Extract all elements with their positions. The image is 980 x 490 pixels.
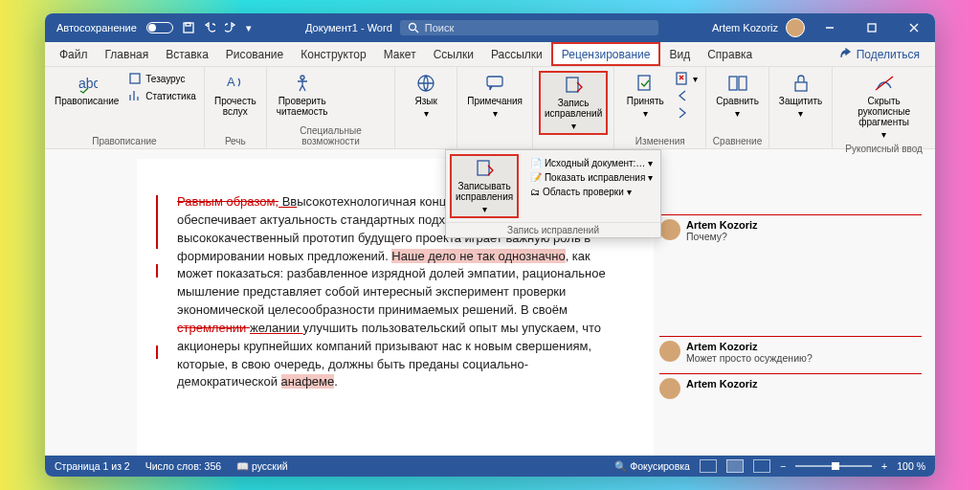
zoom-slider[interactable] [795, 465, 872, 467]
tab-mailings[interactable]: Рассылки [482, 42, 551, 66]
document-title: Документ1 - Word [305, 22, 392, 33]
svg-rect-5 [130, 74, 140, 83]
language[interactable]: 📖 русский [236, 460, 288, 473]
hide-ink-button[interactable]: Скрыть рукописные фрагменты ▾ [838, 71, 929, 142]
tab-draw[interactable]: Рисование [217, 42, 292, 66]
zoom-in[interactable]: + [881, 460, 887, 472]
track-changes-toggle[interactable]: Записывать исправления ▾ [450, 154, 519, 218]
zoom-out[interactable]: − [780, 460, 786, 472]
ribbon: abcПравописание Тезаурус Статистика Прав… [45, 67, 935, 149]
accessibility-button[interactable]: Проверить читаемость [273, 71, 332, 119]
autosave-toggle[interactable] [146, 22, 173, 33]
spelling-button[interactable]: abcПравописание [51, 71, 122, 108]
show-markup[interactable]: 📝 Показать исправления ▾ [530, 170, 653, 185]
save-icon[interactable] [183, 22, 194, 33]
thesaurus-button[interactable]: Тезаурус [126, 71, 198, 86]
svg-rect-13 [729, 77, 737, 90]
avatar [659, 341, 680, 362]
reviewing-pane[interactable]: 🗂 Область проверки ▾ [530, 185, 653, 199]
svg-rect-11 [638, 76, 650, 90]
svg-rect-12 [677, 73, 686, 84]
tab-file[interactable]: Файл [51, 42, 97, 66]
svg-rect-14 [739, 77, 746, 90]
display-for-review[interactable]: 📄 Исходный документ:… ▾ [530, 156, 653, 170]
svg-rect-10 [567, 78, 578, 92]
ribbon-tabs: Файл Главная Вставка Рисование Конструкт… [45, 42, 935, 67]
redo-icon[interactable] [225, 22, 236, 33]
svg-point-7 [301, 76, 304, 79]
svg-point-2 [409, 24, 415, 31]
comment-author: Artem Kozoriz [686, 341, 813, 352]
readaloud-button[interactable]: AПрочесть вслух [211, 71, 260, 119]
language-button[interactable]: Язык ▾ [401, 71, 451, 121]
tab-layout[interactable]: Макет [375, 42, 425, 66]
tab-home[interactable]: Главная [97, 42, 158, 66]
share-icon [839, 48, 853, 61]
search-placeholder: Поиск [425, 22, 454, 33]
revision-bar [156, 345, 158, 359]
reject-button[interactable]: ▾ [674, 71, 700, 86]
comment[interactable]: Artem KozorizМожет просто осуждению? [659, 336, 922, 373]
compare-button[interactable]: Сравнить ▾ [712, 71, 763, 121]
comment-icon [484, 73, 505, 94]
comment-text: Почему? [686, 231, 727, 242]
focus-mode[interactable]: 🔍 Фокусировка [614, 460, 690, 473]
zoom-level[interactable]: 100 % [897, 460, 925, 472]
group-label-compare: Сравнение [712, 134, 763, 148]
accept-icon [635, 73, 656, 94]
avatar[interactable] [786, 18, 805, 37]
prev-change-button[interactable] [674, 88, 700, 103]
share-button[interactable]: Поделиться [830, 48, 929, 61]
comments-button[interactable]: Примечания ▾ [463, 71, 526, 121]
lock-icon [791, 73, 812, 94]
search-icon [408, 22, 419, 33]
tab-insert[interactable]: Вставка [157, 42, 217, 66]
view-read[interactable] [700, 459, 717, 473]
book-icon [128, 72, 142, 85]
prev-icon [676, 89, 689, 102]
track-changes-button[interactable]: Запись исправлений ▾ [539, 71, 608, 135]
group-label-accessibility: Специальные возможности [273, 123, 389, 148]
avatar [659, 378, 680, 399]
readaloud-icon: A [225, 73, 246, 94]
statusbar: Страница 1 из 2 Число слов: 356 📖 русски… [45, 456, 935, 477]
search-box[interactable]: Поиск [400, 20, 658, 35]
reject-icon [676, 72, 689, 85]
maximize-button[interactable] [855, 13, 889, 42]
tab-references[interactable]: Ссылки [425, 42, 482, 66]
accept-button[interactable]: Принять ▾ [620, 71, 670, 121]
username[interactable]: Artem Kozoriz [712, 22, 778, 33]
view-print[interactable] [726, 459, 744, 473]
comments-pane: Artem KozorizПочему? Artem KozorizМожет … [654, 149, 935, 456]
svg-rect-3 [868, 24, 876, 32]
tab-design[interactable]: Конструктор [292, 42, 374, 66]
group-label-speech: Речь [211, 134, 260, 148]
comment[interactable]: Artem KozorizПочему? [659, 214, 922, 252]
view-web[interactable] [753, 459, 770, 473]
comment[interactable]: Artem Kozoriz [659, 373, 922, 409]
avatar [659, 219, 680, 240]
svg-text:A: A [227, 75, 235, 89]
next-change-button[interactable] [674, 105, 700, 121]
svg-rect-9 [487, 77, 502, 86]
word-count[interactable]: Число слов: 356 [145, 460, 221, 472]
undo-icon[interactable] [204, 22, 215, 33]
globe-icon [415, 73, 436, 94]
protect-button[interactable]: Защитить ▾ [775, 71, 826, 121]
wordcount-button[interactable]: Статистика [126, 88, 198, 103]
titlebar: Автосохранение ▾ Документ1 - Word Поиск … [45, 13, 935, 42]
tab-help[interactable]: Справка [699, 42, 761, 66]
close-button[interactable] [897, 13, 931, 42]
svg-rect-1 [186, 23, 190, 26]
tab-review[interactable]: Рецензирование [551, 42, 661, 66]
group-label-changes: Изменения [620, 134, 700, 148]
svg-rect-16 [478, 161, 489, 175]
autosave-label: Автосохранение [56, 22, 137, 33]
group-label-ink: Рукописный ввод [838, 142, 929, 156]
tab-view[interactable]: Вид [660, 42, 699, 66]
track-icon [563, 75, 584, 96]
page-count[interactable]: Страница 1 из 2 [55, 460, 130, 472]
minimize-button[interactable] [813, 13, 847, 42]
track-icon [474, 158, 495, 179]
svg-rect-15 [795, 82, 807, 91]
